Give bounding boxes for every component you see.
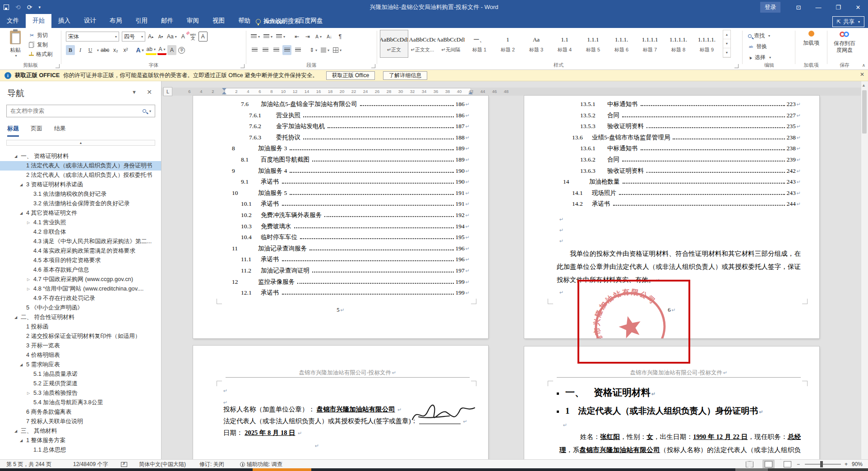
style-item[interactable]: AaBbCcDdI ↵正文	[380, 30, 408, 58]
search-input[interactable]	[7, 108, 143, 114]
decrease-indent-button[interactable]: ⇤	[292, 32, 301, 42]
ribbon-tab[interactable]: 引用	[129, 14, 154, 28]
nav-tab[interactable]: 页面	[31, 125, 42, 137]
tell-me-search[interactable]: 操作说明搜索	[250, 14, 305, 28]
read-mode-button[interactable]	[743, 460, 756, 469]
ribbon-tab[interactable]: 邮件	[154, 14, 180, 28]
style-item[interactable]: Aa 标题 3	[522, 30, 550, 58]
nav-item[interactable]: 1 投标函	[0, 322, 162, 332]
nav-scroll-top[interactable]: ▲	[6, 140, 155, 146]
nav-item[interactable]: 4.7 中国政府采购网 (www.ccgp.gov.cn)	[0, 275, 162, 284]
nav-item[interactable]: 4 其它资格证明文件	[0, 208, 162, 218]
nav-item[interactable]: 1.1 总体思想	[0, 445, 162, 455]
expand-toggle-icon[interactable]	[27, 277, 33, 282]
page-indicator[interactable]: 第 5 页，共 244 页	[6, 460, 51, 469]
accessibility-indicator[interactable]: 辅助功能: 调查	[240, 460, 282, 469]
section-heading-1[interactable]: 一、 资格证明材料↵	[557, 386, 656, 399]
italic-button[interactable]: I	[76, 45, 85, 55]
style-item[interactable]: 1.1.1.1. 标题 9	[693, 30, 721, 58]
zoom-slider-thumb[interactable]	[820, 461, 823, 467]
shrink-font-button[interactable]: A▾	[156, 32, 165, 42]
toc-entry[interactable]: 9.1 承诺书 190 ↵	[226, 178, 470, 189]
customize-qat-icon[interactable]: ▾	[38, 5, 41, 9]
toc-entry[interactable]: 10.3 免费玻璃水 194 ↵	[226, 222, 470, 234]
toc-entry[interactable]: 13.5.3 验收证明资料 235 ↵	[557, 122, 801, 134]
expand-toggle-icon[interactable]	[27, 391, 33, 395]
nav-tab[interactable]: 结果	[54, 125, 66, 137]
bold-button[interactable]: B	[66, 45, 75, 55]
expand-toggle-icon[interactable]	[14, 429, 21, 433]
phonetic-guide-button[interactable]: wén文	[189, 32, 198, 42]
grow-font-button[interactable]: A▴	[146, 32, 155, 42]
date-line[interactable]: 日期： 2025 年 8 月 18 日 ↵	[223, 429, 302, 437]
get-genuine-button[interactable]: 获取正版 Office	[326, 71, 375, 80]
share-button[interactable]: ⇱ 共享 ▾	[832, 16, 864, 27]
restore-icon[interactable]: ❐	[828, 0, 848, 14]
character-border-button[interactable]: A	[199, 32, 208, 42]
toc-entry[interactable]: 11.2 加油记录查询证明 197 ↵	[226, 267, 470, 278]
gallery-down-icon[interactable]: ▼	[723, 39, 730, 48]
nav-item[interactable]: 2 法定代表人（或非法人组织负责人）授权委托书	[0, 171, 162, 180]
nav-item[interactable]: 7 投标人关联单位说明	[0, 417, 162, 426]
increase-indent-button[interactable]: ⇥	[303, 32, 312, 42]
close-warning-icon[interactable]: ✕	[860, 71, 864, 78]
bullets-button[interactable]: ▾	[250, 32, 261, 42]
expand-toggle-icon[interactable]	[14, 315, 21, 319]
selected-image-border[interactable]	[577, 280, 690, 364]
word-count[interactable]: 12/48409 个字	[73, 460, 108, 469]
style-item[interactable]: 1.1.1.1. 标题 8	[664, 30, 693, 58]
zoom-in-button[interactable]: +	[845, 460, 848, 469]
asian-layout-button[interactable]: A▾	[314, 32, 323, 42]
print-layout-button[interactable]	[762, 460, 775, 469]
undo-icon[interactable]: ⟲	[15, 4, 21, 10]
ribbon-tab[interactable]: 文件	[0, 14, 26, 28]
redo-icon[interactable]: ⟳	[27, 4, 32, 10]
zoom-slider[interactable]	[805, 464, 841, 465]
expand-toggle-icon[interactable]	[27, 287, 33, 291]
toc-entry[interactable]: 10.4 临时停车车位 195 ↵	[226, 233, 470, 245]
page-5[interactable]: 7.6 加油站点5-盘锦金宇加油站有限公司 186 ↵ 7.6.1 营业执照 1…	[193, 96, 488, 338]
web-layout-button[interactable]	[781, 460, 794, 469]
proofing-icon[interactable]	[121, 460, 127, 469]
toc-entry[interactable]: 7.6.3 委托协议 188 ↵	[226, 134, 470, 145]
nav-item[interactable]: 二、 符合性证明材料	[0, 313, 162, 322]
toc-entry[interactable]: 12.1 承诺书 199 ↵	[226, 289, 470, 300]
toc-entry[interactable]: 13.6.2 合同 239 ↵	[557, 156, 801, 167]
gallery-more-icon[interactable]: ▼	[723, 48, 730, 57]
nav-item[interactable]: 4.2 非联合体	[0, 227, 162, 237]
section-heading-2[interactable]: 1 法定代表人（或非法人组织负责人）身份证明书↵	[557, 405, 763, 417]
numbering-button[interactable]: ▾	[263, 32, 273, 42]
nav-tab[interactable]: 标题	[7, 125, 19, 137]
toc-entry[interactable]: 13.5.1 中标通知书 223 ↵	[557, 100, 801, 111]
learn-more-button[interactable]: 了解详细信息	[383, 71, 427, 80]
nav-item[interactable]: 4.1 营业执照	[0, 218, 162, 227]
sort-button[interactable]: A↓	[325, 32, 334, 42]
ribbon-tab[interactable]: 视图	[206, 14, 231, 28]
expand-toggle-icon[interactable]	[20, 439, 26, 443]
identity-paragraph[interactable]: 姓名：张红阳，性别：女，出生日期：1990 年 12 月 22 日，现任职务：总…	[559, 430, 801, 459]
ribbon-display-options-icon[interactable]: ⊡	[789, 0, 808, 14]
toc-entry[interactable]: 9 加油服务 4 190 ↵	[226, 167, 470, 178]
nav-item[interactable]: 5 《中小企业声明函》	[0, 303, 162, 313]
signin-button[interactable]: 登录	[760, 2, 780, 13]
nav-item[interactable]: 4.5 本项目的特定资格要求	[0, 256, 162, 265]
toc-entry[interactable]: 13.6 业绩5-盘锦市市场监督管理局 238 ↵	[557, 134, 801, 145]
ribbon-tab[interactable]: 审阅	[180, 14, 206, 28]
toc-entry[interactable]: 12 监控录像服务 199 ↵	[226, 278, 470, 289]
character-shading-button[interactable]: A	[167, 45, 176, 55]
copy-button[interactable]: 复制	[29, 40, 52, 50]
document-canvas[interactable]: 7.6 加油站点5-盘锦金宇加油站有限公司 186 ↵ 7.6.1 营业执照 1…	[162, 81, 861, 459]
show-hide-marks-button[interactable]: ¶	[336, 32, 345, 42]
nav-item[interactable]: 1 整体服务方案	[0, 436, 162, 445]
expand-toggle-icon[interactable]	[27, 221, 33, 225]
toc-entry[interactable]: 7.6.2 金宇加油站发电机 187 ↵	[226, 122, 470, 134]
chevron-down-icon[interactable]: ▾	[149, 109, 151, 113]
expand-toggle-icon[interactable]	[20, 211, 26, 215]
style-item[interactable]: 1.1.1. 标题 6	[607, 30, 636, 58]
align-center-button[interactable]	[261, 45, 270, 55]
align-right-button[interactable]	[272, 45, 281, 55]
style-item[interactable]: AaBbCcDc ↵正文文...	[408, 30, 437, 58]
nav-item[interactable]: 4.3 满足《中华人民共和国政府采购法》第二...	[0, 237, 162, 246]
nav-item[interactable]: 4.4 落实政府采购政策需满足的资格要求	[0, 246, 162, 256]
scrollbar-thumb[interactable]	[862, 90, 867, 134]
